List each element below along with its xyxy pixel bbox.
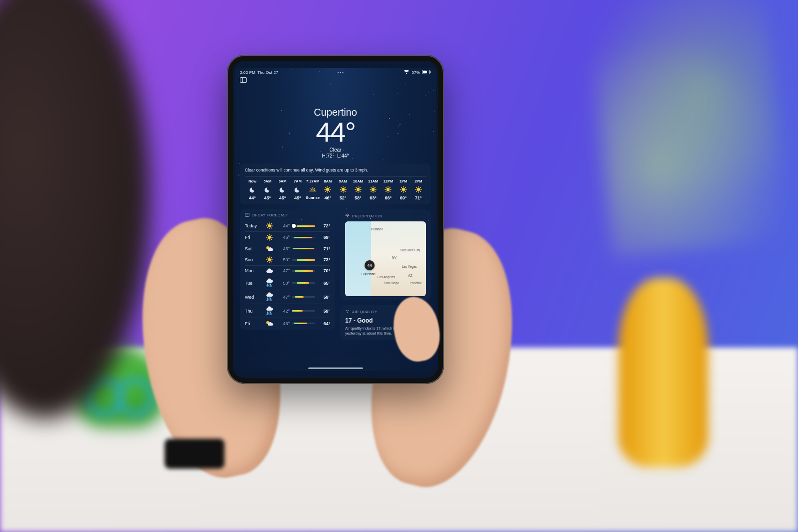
hour-value: Sunrise: [306, 195, 320, 200]
forecast-lo: 45°: [277, 246, 290, 251]
sun-icon: [264, 234, 275, 241]
temp-range-bar: [292, 323, 315, 324]
svg-line-6: [314, 188, 315, 188]
hourly-cell[interactable]: 1PM69°: [396, 179, 411, 200]
hourly-cell[interactable]: 12PM66°: [381, 179, 396, 200]
status-bar: 2:02 PM Thu Oct 27 ••• 57%: [235, 68, 436, 75]
forecast-row[interactable]: Tue30%50°65°: [245, 276, 330, 290]
hourly-cell[interactable]: 7:27AMSunrise: [305, 179, 320, 200]
ten-day-forecast-card[interactable]: 10-Day Forecast Today44°72°Fri46°69°Sat4…: [240, 209, 335, 330]
svg-line-12: [326, 187, 326, 188]
hour-time: 2PM: [414, 179, 422, 183]
current-temperature: 44°: [235, 118, 436, 146]
hourly-cell[interactable]: 11AM63°: [366, 179, 381, 200]
hour-time: 8AM: [324, 179, 332, 183]
svg-line-68: [416, 191, 416, 191]
map-city-label: Las Vegas: [401, 265, 416, 268]
svg-line-87: [271, 239, 271, 239]
map-city-label: Portland: [371, 227, 383, 231]
svg-line-5: [311, 188, 311, 188]
current-condition: Clear: [235, 147, 436, 153]
map-city-label: NV: [392, 256, 397, 259]
temp-range-bar: [292, 225, 315, 227]
precipitation-map[interactable]: PortlandSalt Lake CityNVLas VegasLos Ang…: [345, 221, 426, 296]
forecast-row[interactable]: Fri46°64°: [245, 318, 330, 329]
temp-range-bar: [292, 282, 315, 284]
svg-line-40: [375, 191, 375, 191]
forecast-hi: 59°: [317, 309, 330, 314]
hourly-cell[interactable]: 10AM58°: [351, 179, 366, 200]
moon-icon: [249, 186, 256, 193]
sidebar-toggle-icon[interactable]: [240, 77, 247, 83]
svg-line-33: [360, 187, 360, 188]
svg-line-58: [405, 191, 405, 191]
svg-line-89: [271, 235, 271, 236]
rain-icon: 40%: [264, 306, 275, 316]
hour-value: 71°: [415, 195, 422, 200]
forecast-row[interactable]: Today44°72°: [245, 220, 330, 231]
svg-point-16: [341, 188, 344, 191]
map-city-label: AZ: [408, 274, 412, 277]
forecast-row[interactable]: Sat45°71°: [245, 243, 330, 254]
hour-time: 1PM: [399, 179, 407, 183]
sun-icon: [340, 186, 347, 193]
svg-line-14: [326, 191, 326, 191]
forecast-row[interactable]: Sun50°73°: [245, 254, 330, 265]
svg-line-22: [345, 191, 345, 191]
hourly-cell[interactable]: 2PM71°: [411, 179, 426, 200]
forecast-lo: 46°: [277, 321, 290, 326]
precip-chance: 40%: [266, 299, 272, 302]
forecast-hi: 69°: [317, 235, 330, 240]
hourly-forecast-card[interactable]: Clear conditions will continue all day. …: [240, 164, 431, 204]
svg-point-43: [387, 188, 390, 191]
forecast-hi: 65°: [317, 281, 330, 286]
forecast-day: Mon: [245, 268, 262, 273]
air-quality-title: Air Quality: [352, 310, 377, 314]
forecast-lo: 50°: [277, 281, 290, 286]
svg-line-78: [271, 227, 271, 228]
hour-value: 45°: [279, 195, 286, 200]
svg-line-88: [267, 239, 268, 239]
forecast-row[interactable]: Thu40%42°59°: [245, 304, 330, 318]
svg-line-23: [341, 191, 341, 191]
hourly-cell[interactable]: 8AM46°: [320, 179, 335, 200]
moon-icon: [279, 186, 286, 193]
home-indicator[interactable]: [308, 367, 363, 369]
partly-icon: [264, 320, 275, 327]
hour-time: 10AM: [353, 179, 363, 183]
battery-percent: 57%: [411, 70, 420, 75]
forecast-day: Sat: [245, 246, 262, 251]
map-pin[interactable]: 44: [365, 260, 375, 270]
sun-icon: [370, 186, 377, 193]
plant-leaves: [585, 0, 792, 258]
hourly-cell[interactable]: 7AM45°: [290, 179, 305, 200]
hour-time: 11AM: [368, 179, 378, 183]
svg-line-66: [416, 187, 416, 188]
hourly-cell[interactable]: Now44°: [245, 179, 260, 200]
svg-line-59: [401, 191, 401, 191]
wifi-icon: [403, 70, 409, 75]
svg-rect-2: [430, 71, 430, 73]
forecast-row[interactable]: Wed40%47°59°: [245, 290, 330, 304]
forecast-lo: 46°: [277, 235, 290, 240]
status-date: Thu Oct 27: [257, 70, 278, 75]
precip-chance: 30%: [266, 285, 272, 288]
svg-point-81: [268, 236, 271, 239]
svg-rect-70: [245, 213, 249, 217]
hourly-cell[interactable]: 5AM45°: [260, 179, 275, 200]
forecast-lo: 50°: [277, 257, 290, 262]
cloud-icon: [264, 268, 275, 274]
multitask-dots-icon[interactable]: •••: [337, 70, 344, 75]
precipitation-card[interactable]: Precipitation PortlandSalt Lake CityNVLa…: [340, 209, 431, 300]
map-city-label: San Diego: [384, 281, 399, 285]
temp-range-bar: [292, 259, 315, 261]
hourly-cell[interactable]: 9AM52°: [336, 179, 351, 200]
svg-point-91: [268, 258, 271, 261]
hour-value: 46°: [325, 195, 332, 200]
svg-line-39: [371, 187, 372, 188]
forecast-row[interactable]: Mon47°70°: [245, 265, 330, 276]
sun-icon: [355, 186, 362, 193]
hour-time: 7:27AM: [306, 179, 320, 183]
hourly-cell[interactable]: 6AM45°: [275, 179, 290, 200]
forecast-row[interactable]: Fri46°69°: [245, 231, 330, 243]
